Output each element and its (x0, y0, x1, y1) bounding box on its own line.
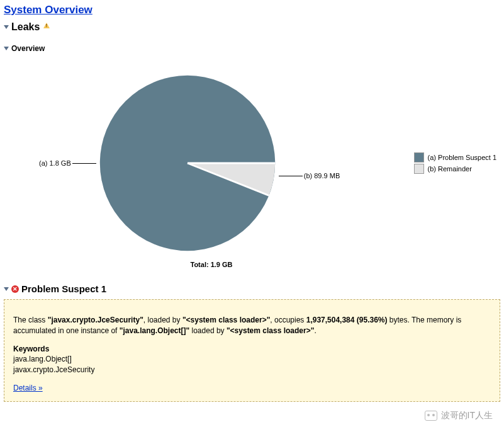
legend-swatch (414, 152, 424, 162)
problem-suspect-header[interactable]: ✕ Problem Suspect 1 (4, 283, 500, 294)
warning-icon (42, 23, 51, 31)
overview-section-header[interactable]: Overview (4, 44, 500, 53)
callout-b-label: (b) 89.9 MB (304, 172, 340, 180)
chevron-down-icon (4, 25, 9, 29)
overview-title: Overview (11, 44, 45, 53)
problem-suspect-title: Problem Suspect 1 (21, 283, 106, 294)
legend-swatch (414, 164, 424, 174)
chevron-down-icon (4, 47, 9, 50)
problem-description-box: The class "javax.crypto.JceSecurity", lo… (4, 299, 500, 402)
legend-item-a: (a) Problem Suspect 1 (414, 152, 496, 162)
details-link[interactable]: Details » (13, 384, 43, 392)
leader-line (279, 176, 303, 176)
system-overview-link[interactable]: System Overview (4, 4, 92, 16)
chart-total-label: Total: 1.9 GB (60, 261, 362, 268)
pie-chart-area: (a) 1.8 GB (b) 89.9 MB (a) Problem Suspe… (4, 72, 500, 254)
pie-chart (96, 72, 279, 254)
keywords-block: Keywords java.lang.Object[] javax.crypto… (13, 344, 491, 375)
problem-paragraph: The class "javax.crypto.JceSecurity", lo… (13, 315, 491, 336)
leaks-section-header[interactable]: Leaks (4, 21, 500, 33)
legend-label: (b) Remainder (428, 165, 472, 173)
callout-a-label: (a) 1.8 GB (39, 159, 71, 167)
legend-label: (a) Problem Suspect 1 (428, 154, 496, 161)
leader-line (72, 163, 96, 164)
chevron-down-icon (4, 287, 9, 291)
error-icon: ✕ (11, 285, 19, 293)
leaks-title: Leaks (11, 21, 40, 33)
legend-item-b: (b) Remainder (414, 164, 496, 174)
chart-legend: (a) Problem Suspect 1 (b) Remainder (414, 151, 496, 175)
